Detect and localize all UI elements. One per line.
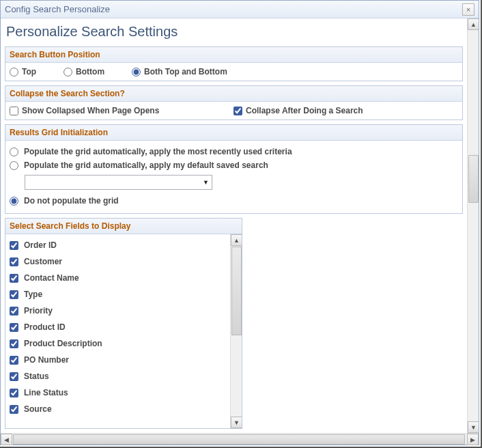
check-show-collapsed[interactable]: Show Collapsed When Page Opens: [10, 106, 233, 115]
panel-search-button-position: Search Button Position Top Bottom: [5, 46, 463, 81]
radio-no-populate[interactable]: Do not populate the grid: [10, 194, 458, 208]
field-row[interactable]: PO Number: [8, 352, 227, 368]
radio-bottom-label: Bottom: [76, 67, 104, 76]
radio-both[interactable]: Both Top and Bottom: [132, 67, 227, 76]
panel-header-fields: Select Search Fields to Display: [5, 219, 242, 234]
field-checkbox[interactable]: [10, 241, 18, 250]
window-horizontal-scrollbar[interactable]: ◀ ▶: [1, 433, 479, 445]
chevron-down-icon: ▼: [203, 179, 209, 186]
field-row[interactable]: Product ID: [8, 319, 227, 335]
dialog-content: Personalize Search Settings Search Butto…: [1, 18, 467, 433]
close-icon: ×: [466, 5, 470, 14]
field-checkbox[interactable]: [10, 323, 18, 332]
radio-bottom-input[interactable]: [63, 68, 72, 76]
scroll-down-icon[interactable]: ▼: [231, 417, 242, 428]
field-checkbox[interactable]: [10, 389, 18, 397]
config-search-personalize-window: Config Search Personalize × Personalize …: [0, 0, 479, 445]
window-title: Config Search Personalize: [5, 4, 110, 14]
radio-top-input[interactable]: [10, 68, 18, 76]
scroll-up-icon[interactable]: ▲: [231, 234, 242, 246]
field-label: Priority: [24, 306, 53, 316]
close-button[interactable]: ×: [462, 3, 474, 16]
radio-top-label: Top: [22, 67, 36, 76]
check-collapse-after[interactable]: Collapse After Doing a Search: [233, 106, 363, 115]
radio-populate-recent[interactable]: Populate the grid automatically, apply t…: [10, 145, 458, 158]
radio-populate-recent-input[interactable]: [10, 148, 18, 156]
radio-both-input[interactable]: [132, 68, 141, 76]
field-row[interactable]: Line Status: [8, 384, 227, 401]
default-search-dropdown[interactable]: ▼: [25, 175, 212, 190]
radio-no-populate-input[interactable]: [10, 197, 18, 206]
field-label: Source: [24, 404, 52, 414]
panel-header-button-position: Search Button Position: [5, 47, 462, 63]
check-show-collapsed-input[interactable]: [10, 107, 18, 115]
panel-select-fields: Select Search Fields to Display Order ID…: [5, 218, 242, 429]
radio-top[interactable]: Top: [10, 67, 36, 76]
field-checkbox[interactable]: [10, 257, 18, 266]
check-collapse-after-label: Collapse After Doing a Search: [246, 106, 363, 115]
field-row[interactable]: Contact Name: [8, 270, 227, 286]
field-row[interactable]: Status: [8, 368, 227, 384]
fields-list: Order IDCustomerContact NameTypePriority…: [5, 234, 230, 428]
field-label: Contact Name: [24, 273, 79, 283]
field-row[interactable]: Source: [8, 401, 227, 417]
radio-no-populate-label: Do not populate the grid: [24, 196, 119, 206]
field-label: Status: [24, 372, 49, 381]
radio-bottom[interactable]: Bottom: [63, 67, 104, 76]
scroll-up-icon[interactable]: ▲: [468, 18, 479, 30]
field-checkbox[interactable]: [10, 339, 18, 348]
radio-populate-recent-label: Populate the grid automatically, apply t…: [24, 147, 292, 156]
scroll-down-icon[interactable]: ▼: [468, 421, 479, 433]
window-vertical-scrollbar[interactable]: ▲ ▼: [467, 18, 479, 433]
field-checkbox[interactable]: [10, 307, 18, 316]
check-show-collapsed-label: Show Collapsed When Page Opens: [22, 106, 159, 115]
field-label: Order ID: [24, 240, 57, 250]
field-row[interactable]: Product Description: [8, 335, 227, 352]
page-title: Personalize Search Settings: [5, 21, 463, 46]
field-label: Product Description: [24, 339, 102, 348]
scroll-thumb[interactable]: [13, 434, 465, 445]
field-row[interactable]: Customer: [8, 253, 227, 270]
radio-populate-default-label: Populate the grid automatically, apply m…: [24, 160, 268, 170]
field-checkbox[interactable]: [10, 405, 18, 414]
field-label: Type: [24, 290, 42, 299]
field-label: PO Number: [24, 355, 69, 365]
field-label: Line Status: [24, 388, 68, 397]
field-checkbox[interactable]: [10, 372, 18, 381]
panel-results-init: Results Grid Initialization Populate the…: [5, 124, 463, 214]
scroll-thumb[interactable]: [468, 155, 479, 203]
check-collapse-after-input[interactable]: [233, 107, 242, 115]
panel-header-collapse: Collapse the Search Section?: [5, 86, 462, 102]
scroll-thumb[interactable]: [231, 247, 242, 335]
field-row[interactable]: Order ID: [8, 237, 227, 253]
field-row[interactable]: Priority: [8, 303, 227, 319]
radio-populate-default-input[interactable]: [10, 161, 18, 170]
field-label: Customer: [24, 257, 62, 266]
scroll-right-icon[interactable]: ▶: [467, 434, 479, 445]
panel-collapse-search: Collapse the Search Section? Show Collap…: [5, 85, 463, 120]
scroll-left-icon[interactable]: ◀: [1, 434, 12, 445]
titlebar: Config Search Personalize ×: [1, 1, 479, 18]
field-checkbox[interactable]: [10, 356, 18, 365]
field-checkbox[interactable]: [10, 290, 18, 299]
field-row[interactable]: Type: [8, 286, 227, 303]
field-label: Product ID: [24, 322, 66, 332]
radio-both-label: Both Top and Bottom: [144, 67, 227, 76]
radio-populate-default[interactable]: Populate the grid automatically, apply m…: [10, 158, 458, 172]
panel-header-results: Results Grid Initialization: [5, 125, 462, 141]
fields-list-scrollbar[interactable]: ▲ ▼: [230, 234, 242, 428]
field-checkbox[interactable]: [10, 274, 18, 283]
